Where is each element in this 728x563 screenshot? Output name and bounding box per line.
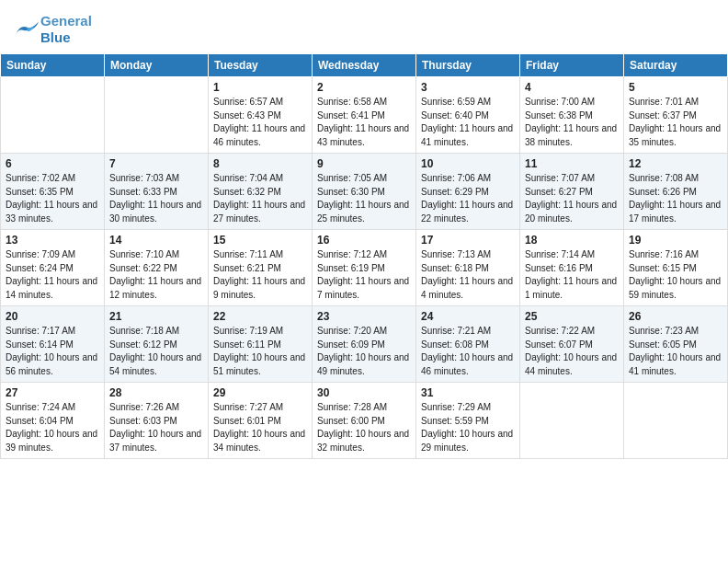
cell-details: Sunrise: 7:06 AMSunset: 6:29 PMDaylight:… (421, 172, 515, 225)
day-number: 31 (421, 386, 515, 399)
cell-details: Sunrise: 7:16 AMSunset: 6:15 PMDaylight:… (629, 248, 722, 302)
cell-details: Sunrise: 7:10 AMSunset: 6:22 PMDaylight:… (109, 248, 203, 302)
cell-details: Sunrise: 7:20 AMSunset: 6:09 PMDaylight:… (317, 325, 411, 378)
day-number: 15 (213, 234, 307, 247)
calendar-cell: 15Sunrise: 7:11 AMSunset: 6:21 PMDayligh… (209, 230, 313, 306)
calendar-cell: 11Sunrise: 7:07 AMSunset: 6:27 PMDayligh… (520, 154, 624, 230)
weekday-header-saturday: Saturday (624, 54, 728, 77)
day-number: 21 (109, 310, 203, 323)
day-number: 22 (213, 310, 307, 323)
header: GeneralBlue (0, 0, 728, 53)
week-row-5: 27Sunrise: 7:24 AMSunset: 6:04 PMDayligh… (1, 383, 728, 459)
day-number: 17 (421, 234, 515, 247)
cell-details: Sunrise: 7:08 AMSunset: 6:26 PMDaylight:… (629, 172, 722, 225)
cell-details: Sunrise: 7:26 AMSunset: 6:03 PMDaylight:… (109, 401, 203, 454)
calendar-cell: 4Sunrise: 7:00 AMSunset: 6:38 PMDaylight… (520, 77, 624, 154)
cell-details: Sunrise: 6:57 AMSunset: 6:43 PMDaylight:… (213, 96, 307, 149)
day-number: 28 (109, 386, 203, 399)
calendar-cell: 22Sunrise: 7:19 AMSunset: 6:11 PMDayligh… (209, 306, 313, 383)
cell-details: Sunrise: 7:27 AMSunset: 6:01 PMDaylight:… (213, 401, 307, 454)
day-number: 5 (629, 81, 722, 94)
calendar-cell: 2Sunrise: 6:58 AMSunset: 6:41 PMDaylight… (313, 77, 416, 154)
day-number: 11 (525, 157, 619, 170)
day-number: 13 (6, 234, 99, 247)
week-row-2: 6Sunrise: 7:02 AMSunset: 6:35 PMDaylight… (1, 154, 728, 230)
day-number: 8 (213, 157, 307, 170)
cell-details: Sunrise: 7:22 AMSunset: 6:07 PMDaylight:… (525, 325, 619, 378)
cell-details: Sunrise: 7:03 AMSunset: 6:33 PMDaylight:… (109, 172, 203, 225)
calendar-cell: 24Sunrise: 7:21 AMSunset: 6:08 PMDayligh… (416, 306, 520, 383)
cell-details: Sunrise: 7:12 AMSunset: 6:19 PMDaylight:… (317, 248, 411, 302)
cell-details: Sunrise: 7:13 AMSunset: 6:18 PMDaylight:… (421, 248, 515, 302)
day-number: 29 (213, 386, 307, 399)
page: GeneralBlue SundayMondayTuesdayWednesday… (0, 0, 728, 563)
day-number: 24 (421, 310, 515, 323)
calendar-cell: 23Sunrise: 7:20 AMSunset: 6:09 PMDayligh… (313, 306, 416, 383)
cell-details: Sunrise: 7:24 AMSunset: 6:04 PMDaylight:… (6, 401, 99, 454)
day-number: 3 (421, 81, 515, 94)
calendar-cell: 28Sunrise: 7:26 AMSunset: 6:03 PMDayligh… (105, 383, 209, 459)
calendar-cell: 14Sunrise: 7:10 AMSunset: 6:22 PMDayligh… (105, 230, 209, 306)
day-number: 20 (6, 310, 99, 323)
weekday-header-sunday: Sunday (1, 54, 105, 77)
cell-details: Sunrise: 7:00 AMSunset: 6:38 PMDaylight:… (525, 96, 619, 149)
week-row-4: 20Sunrise: 7:17 AMSunset: 6:14 PMDayligh… (1, 306, 728, 383)
weekday-header-tuesday: Tuesday (209, 54, 313, 77)
day-number: 9 (317, 157, 411, 170)
day-number: 30 (317, 386, 411, 399)
calendar-cell: 3Sunrise: 6:59 AMSunset: 6:40 PMDaylight… (416, 77, 520, 154)
calendar-cell: 29Sunrise: 7:27 AMSunset: 6:01 PMDayligh… (209, 383, 313, 459)
calendar-cell: 20Sunrise: 7:17 AMSunset: 6:14 PMDayligh… (1, 306, 105, 383)
weekday-header-friday: Friday (520, 54, 624, 77)
calendar-cell: 25Sunrise: 7:22 AMSunset: 6:07 PMDayligh… (520, 306, 624, 383)
day-number: 12 (629, 157, 722, 170)
cell-details: Sunrise: 7:21 AMSunset: 6:08 PMDaylight:… (421, 325, 515, 378)
day-number: 26 (629, 310, 722, 323)
calendar-cell: 30Sunrise: 7:28 AMSunset: 6:00 PMDayligh… (313, 383, 416, 459)
calendar-cell: 13Sunrise: 7:09 AMSunset: 6:24 PMDayligh… (1, 230, 105, 306)
calendar-cell: 18Sunrise: 7:14 AMSunset: 6:16 PMDayligh… (520, 230, 624, 306)
calendar-cell: 17Sunrise: 7:13 AMSunset: 6:18 PMDayligh… (416, 230, 520, 306)
calendar-cell (105, 77, 209, 154)
day-number: 23 (317, 310, 411, 323)
calendar-cell: 9Sunrise: 7:05 AMSunset: 6:30 PMDaylight… (313, 154, 416, 230)
cell-details: Sunrise: 7:11 AMSunset: 6:21 PMDaylight:… (213, 248, 307, 302)
week-row-3: 13Sunrise: 7:09 AMSunset: 6:24 PMDayligh… (1, 230, 728, 306)
day-number: 4 (525, 81, 619, 94)
logo: GeneralBlue (13, 13, 92, 46)
cell-details: Sunrise: 7:04 AMSunset: 6:32 PMDaylight:… (213, 172, 307, 225)
day-number: 19 (629, 234, 722, 247)
calendar-cell: 7Sunrise: 7:03 AMSunset: 6:33 PMDaylight… (105, 154, 209, 230)
cell-details: Sunrise: 7:01 AMSunset: 6:37 PMDaylight:… (629, 96, 722, 149)
calendar-cell: 31Sunrise: 7:29 AMSunset: 5:59 PMDayligh… (416, 383, 520, 459)
calendar-cell: 12Sunrise: 7:08 AMSunset: 6:26 PMDayligh… (624, 154, 728, 230)
cell-details: Sunrise: 7:29 AMSunset: 5:59 PMDaylight:… (421, 401, 515, 454)
cell-details: Sunrise: 7:07 AMSunset: 6:27 PMDaylight:… (525, 172, 619, 225)
calendar-cell: 6Sunrise: 7:02 AMSunset: 6:35 PMDaylight… (1, 154, 105, 230)
calendar-cell (1, 77, 105, 154)
day-number: 10 (421, 157, 515, 170)
weekday-header-wednesday: Wednesday (313, 54, 416, 77)
cell-details: Sunrise: 7:28 AMSunset: 6:00 PMDaylight:… (317, 401, 411, 454)
calendar-cell: 19Sunrise: 7:16 AMSunset: 6:15 PMDayligh… (624, 230, 728, 306)
calendar-table: SundayMondayTuesdayWednesdayThursdayFrid… (0, 53, 728, 459)
cell-details: Sunrise: 7:05 AMSunset: 6:30 PMDaylight:… (317, 172, 411, 225)
calendar-cell (624, 383, 728, 459)
cell-details: Sunrise: 7:19 AMSunset: 6:11 PMDaylight:… (213, 325, 307, 378)
day-number: 6 (6, 157, 99, 170)
cell-details: Sunrise: 7:18 AMSunset: 6:12 PMDaylight:… (109, 325, 203, 378)
weekday-header-thursday: Thursday (416, 54, 520, 77)
cell-details: Sunrise: 6:58 AMSunset: 6:41 PMDaylight:… (317, 96, 411, 149)
calendar-cell: 5Sunrise: 7:01 AMSunset: 6:37 PMDaylight… (624, 77, 728, 154)
calendar-cell: 27Sunrise: 7:24 AMSunset: 6:04 PMDayligh… (1, 383, 105, 459)
cell-details: Sunrise: 7:14 AMSunset: 6:16 PMDaylight:… (525, 248, 619, 302)
calendar-cell (520, 383, 624, 459)
cell-details: Sunrise: 7:23 AMSunset: 6:05 PMDaylight:… (629, 325, 722, 378)
calendar-cell: 16Sunrise: 7:12 AMSunset: 6:19 PMDayligh… (313, 230, 416, 306)
calendar-cell: 8Sunrise: 7:04 AMSunset: 6:32 PMDaylight… (209, 154, 313, 230)
calendar-cell: 21Sunrise: 7:18 AMSunset: 6:12 PMDayligh… (105, 306, 209, 383)
logo-text: GeneralBlue (40, 13, 92, 45)
day-number: 1 (213, 81, 307, 94)
cell-details: Sunrise: 7:02 AMSunset: 6:35 PMDaylight:… (6, 172, 99, 225)
cell-details: Sunrise: 7:17 AMSunset: 6:14 PMDaylight:… (6, 325, 99, 378)
